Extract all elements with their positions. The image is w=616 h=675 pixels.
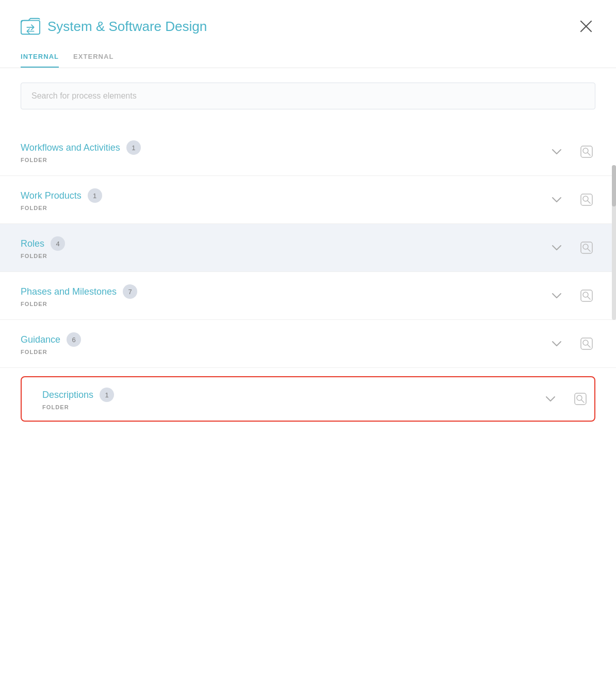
items-list: Workflows and Activities 1 FOLDER	[0, 128, 616, 368]
list-item[interactable]: Workflows and Activities 1 FOLDER	[0, 128, 616, 176]
search-button[interactable]	[578, 143, 595, 160]
svg-line-11	[588, 249, 590, 251]
svg-rect-3	[581, 146, 592, 157]
svg-line-17	[588, 345, 590, 347]
item-left: Work Products 1 FOLDER	[21, 188, 102, 211]
search-button[interactable]	[578, 335, 595, 352]
scrollbar[interactable]	[612, 165, 616, 320]
search-input[interactable]	[21, 83, 595, 109]
item-actions	[548, 239, 595, 256]
descriptions-item-selected[interactable]: Descriptions 1 FOLDER	[21, 376, 595, 422]
svg-rect-6	[581, 194, 592, 205]
list-item[interactable]: Phases and Milestones 7 FOLDER	[0, 272, 616, 320]
svg-rect-12	[581, 290, 592, 301]
close-button[interactable]	[577, 17, 595, 36]
item-badge: 4	[51, 236, 65, 251]
expand-button[interactable]	[548, 287, 565, 304]
descriptions-subtitle: FOLDER	[42, 404, 114, 410]
item-subtitle: FOLDER	[21, 157, 141, 163]
tab-external[interactable]: EXTERNAL	[73, 46, 114, 68]
descriptions-title: Descriptions	[42, 390, 93, 400]
item-left: Workflows and Activities 1 FOLDER	[21, 140, 141, 163]
scrollbar-thumb[interactable]	[612, 165, 616, 206]
item-subtitle: FOLDER	[21, 253, 65, 259]
svg-line-8	[588, 201, 590, 203]
item-actions	[548, 143, 595, 160]
item-left: Phases and Milestones 7 FOLDER	[21, 284, 137, 307]
descriptions-badge: 1	[100, 388, 114, 402]
item-title: Guidance	[21, 334, 60, 345]
item-badge: 6	[67, 332, 81, 347]
descriptions-actions	[542, 390, 594, 408]
svg-rect-18	[575, 393, 586, 405]
search-button[interactable]	[578, 191, 595, 208]
item-actions	[548, 335, 595, 352]
expand-button[interactable]	[548, 335, 565, 352]
item-left: Guidance 6 FOLDER	[21, 332, 81, 355]
header: System & Software Design	[0, 0, 616, 46]
expand-button[interactable]	[548, 191, 565, 208]
expand-button[interactable]	[548, 239, 565, 256]
descriptions-item-left: Descriptions 1 FOLDER	[22, 388, 114, 410]
list-item[interactable]: Roles 4 FOLDER	[0, 224, 616, 272]
svg-line-5	[588, 153, 590, 155]
descriptions-expand-button[interactable]	[542, 390, 559, 408]
item-left: Roles 4 FOLDER	[21, 236, 65, 259]
list-item[interactable]: Guidance 6 FOLDER	[0, 320, 616, 368]
svg-rect-15	[581, 338, 592, 349]
item-badge: 1	[126, 140, 141, 155]
svg-line-20	[581, 400, 584, 403]
item-subtitle: FOLDER	[21, 205, 102, 211]
search-container	[0, 68, 616, 120]
item-title: Work Products	[21, 190, 82, 201]
tab-internal[interactable]: INTERNAL	[21, 46, 59, 68]
item-badge: 1	[88, 188, 102, 203]
item-title-row: Workflows and Activities 1	[21, 140, 141, 155]
item-badge: 7	[123, 284, 137, 299]
descriptions-title-row: Descriptions 1	[42, 388, 114, 402]
header-left: System & Software Design	[21, 17, 207, 36]
item-subtitle: FOLDER	[21, 349, 81, 355]
item-actions	[548, 191, 595, 208]
item-actions	[548, 287, 595, 304]
list-item[interactable]: Work Products 1 FOLDER	[0, 176, 616, 224]
main-panel: System & Software Design INTERNAL EXTERN…	[0, 0, 616, 675]
descriptions-search-button[interactable]	[572, 390, 589, 408]
item-title: Roles	[21, 238, 44, 249]
search-button[interactable]	[578, 287, 595, 304]
item-title: Phases and Milestones	[21, 286, 117, 297]
expand-button[interactable]	[548, 143, 565, 160]
folder-exchange-icon	[21, 17, 40, 36]
svg-line-14	[588, 297, 590, 299]
search-button[interactable]	[578, 239, 595, 256]
item-title-row: Phases and Milestones 7	[21, 284, 137, 299]
item-title: Workflows and Activities	[21, 142, 120, 153]
svg-rect-9	[581, 242, 592, 253]
page-title: System & Software Design	[47, 19, 207, 35]
item-title-row: Roles 4	[21, 236, 65, 251]
item-title-row: Work Products 1	[21, 188, 102, 203]
tabs-bar: INTERNAL EXTERNAL	[0, 46, 616, 68]
item-subtitle: FOLDER	[21, 301, 137, 307]
item-title-row: Guidance 6	[21, 332, 81, 347]
